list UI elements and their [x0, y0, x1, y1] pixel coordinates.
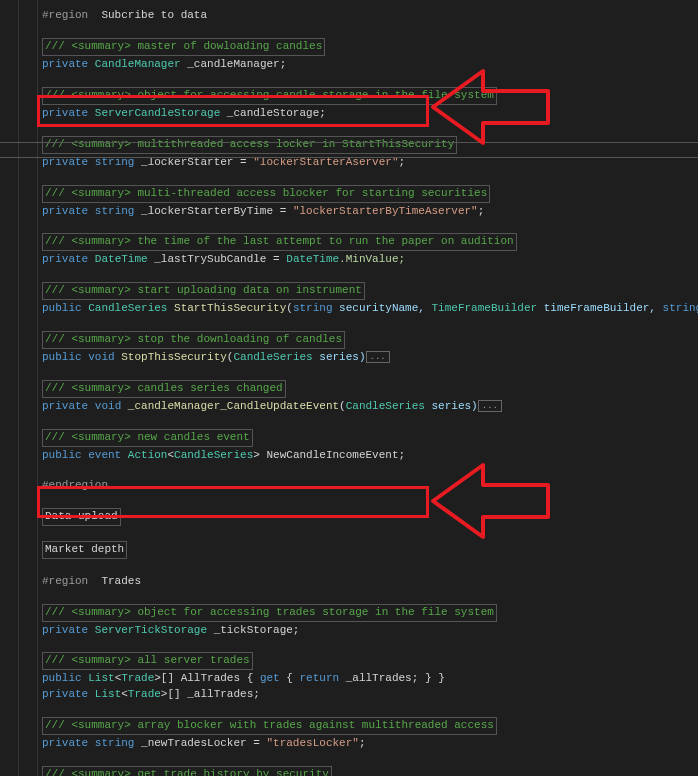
method-decl: public CandleSeries StartThisSecurity(st…: [42, 301, 698, 317]
blank-line: [42, 464, 698, 478]
comment-line: /// <summary> all server trades: [42, 652, 698, 671]
comment-line: /// <summary> multithreaded access locke…: [42, 136, 698, 155]
blank-line: [42, 24, 698, 38]
method-decl: public void StopThisSecurity(CandleSerie…: [42, 350, 698, 366]
comment-line: /// <summary> object for accessing trade…: [42, 604, 698, 623]
comment-line: /// <summary> new candles event: [42, 429, 698, 448]
fold-toggle[interactable]: ...: [366, 351, 390, 363]
blank-line: [42, 590, 698, 604]
comment-line: /// <summary> stop the downloading of ca…: [42, 331, 698, 350]
field-decl: private ServerTickStorage _tickStorage;: [42, 623, 698, 639]
field-decl: private List<Trade>[] _allTrades;: [42, 687, 698, 703]
comment-line: /// <summary> multi-threaded access bloc…: [42, 185, 698, 204]
blank-line: [42, 703, 698, 717]
blank-line: [42, 219, 698, 233]
collapsed-region[interactable]: Data upload: [42, 508, 698, 527]
blank-line: [42, 527, 698, 541]
comment-line: /// <summary> start uploading data on in…: [42, 282, 698, 301]
event-decl: public event Action<CandleSeries> NewCan…: [42, 448, 698, 464]
comment-line: /// <summary> the time of the last attem…: [42, 233, 698, 252]
blank-line: [42, 122, 698, 136]
comment-line: /// <summary> get trade history by secur…: [42, 766, 698, 776]
field-decl: private CandleManager _candleManager;: [42, 57, 698, 73]
blank-line: [42, 366, 698, 380]
comment-line: /// <summary> master of dowloading candl…: [42, 38, 698, 57]
field-decl: private string _newTradesLocker = "trade…: [42, 736, 698, 752]
region-start: #region Subcribe to data: [42, 8, 698, 24]
blank-line: [42, 171, 698, 185]
code-editor[interactable]: #region Subcribe to data /// <summary> m…: [0, 0, 698, 776]
field-decl: private ServerCandleStorage _candleStora…: [42, 106, 698, 122]
comment-line: /// <summary> candles series changed: [42, 380, 698, 399]
collapsed-region[interactable]: Market depth: [42, 541, 698, 560]
method-decl: private void _candleManager_CandleUpdate…: [42, 399, 698, 415]
field-decl: private string _lockerStarter = "lockerS…: [42, 155, 698, 171]
blank-line: [42, 752, 698, 766]
comment-line: /// <summary> object for accessing candl…: [42, 87, 698, 106]
blank-line: [42, 268, 698, 282]
blank-line: [42, 560, 698, 574]
prop-decl: public List<Trade>[] AllTrades { get { r…: [42, 671, 698, 687]
blank-line: [42, 494, 698, 508]
comment-line: /// <summary> array blocker with trades …: [42, 717, 698, 736]
region-end: #endregion: [42, 478, 698, 494]
field-decl: private string _lockerStarterByTime = "l…: [42, 204, 698, 220]
region-start: #region Trades: [42, 574, 698, 590]
blank-line: [42, 317, 698, 331]
fold-toggle[interactable]: ...: [478, 400, 502, 412]
blank-line: [42, 415, 698, 429]
blank-line: [42, 73, 698, 87]
blank-line: [42, 638, 698, 652]
field-decl: private DateTime _lastTrySubCandle = Dat…: [42, 252, 698, 268]
